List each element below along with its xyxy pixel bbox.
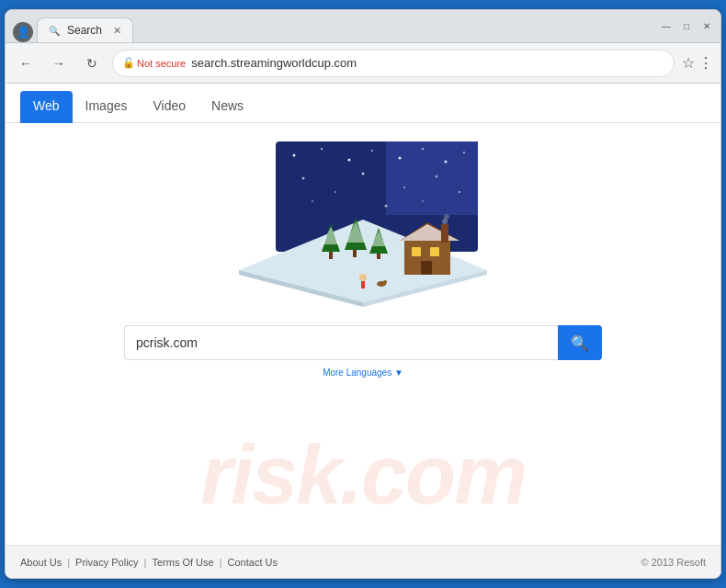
svg-point-30 (444, 214, 449, 220)
svg-point-10 (302, 177, 305, 180)
address-bar[interactable]: 🔓 Not secure search.streamingworldcup.co… (112, 50, 675, 77)
svg-rect-41 (361, 281, 365, 288)
svg-rect-32 (329, 252, 333, 259)
footer-sep-1: | (67, 557, 70, 568)
url-display[interactable]: search.streamingworldcup.com (191, 56, 664, 70)
profile-icon[interactable]: 👤 (13, 22, 33, 42)
back-button[interactable]: ← (13, 51, 39, 76)
footer-link-privacy[interactable]: Privacy Policy (75, 557, 138, 568)
svg-rect-25 (412, 247, 421, 256)
svg-point-8 (445, 161, 448, 164)
svg-point-12 (362, 173, 365, 175)
svg-point-18 (422, 200, 424, 202)
svg-point-14 (436, 175, 438, 178)
svg-point-2 (293, 154, 296, 157)
svg-point-13 (403, 187, 405, 188)
svg-rect-26 (430, 247, 439, 256)
scene-container (6, 123, 720, 316)
nav-bar: ← → ↻ 🔓 Not secure search.streamingworld… (6, 43, 720, 84)
more-languages-link[interactable]: More Languages ▼ (323, 366, 403, 379)
browser-window: 👤 🔍 Search ✕ — □ ✕ ← → ↻ 🔓 Not secure (5, 9, 721, 579)
more-languages-text: More Languages ▼ (323, 368, 403, 378)
svg-point-40 (359, 274, 367, 281)
forward-icon: → (52, 56, 65, 71)
search-area: 🔍 More Languages ▼ (6, 316, 720, 379)
search-icon: 🔍 (571, 334, 589, 352)
footer-link-contact[interactable]: Contact Us (228, 557, 278, 568)
footer-link-terms[interactable]: Terms Of Use (152, 557, 213, 568)
search-tabs: Web Images Video News (6, 84, 720, 123)
bookmark-icon[interactable]: ☆ (682, 54, 695, 72)
minimize-button[interactable]: — (660, 20, 673, 33)
title-bar: 👤 🔍 Search ✕ — □ ✕ (6, 10, 720, 43)
footer-link-about[interactable]: About Us (20, 557, 62, 568)
tab-area: 👤 🔍 Search ✕ (13, 10, 652, 42)
svg-rect-34 (353, 250, 357, 257)
search-box-row: 🔍 (124, 325, 602, 360)
page-content: Web Images Video News (6, 84, 720, 578)
maximize-button[interactable]: □ (680, 20, 693, 33)
svg-point-3 (321, 148, 323, 150)
forward-button[interactable]: → (46, 51, 72, 76)
browser-tab[interactable]: 🔍 Search ✕ (37, 17, 133, 42)
address-bar-right: ☆ ⋮ (682, 54, 713, 72)
search-button[interactable]: 🔍 (558, 325, 602, 360)
back-icon: ← (19, 56, 32, 71)
page-footer: About Us | Privacy Policy | Terms Of Use… (6, 545, 720, 578)
svg-point-7 (422, 148, 424, 150)
tab-close-button[interactable]: ✕ (113, 25, 121, 37)
footer-links: About Us | Privacy Policy | Terms Of Use… (20, 557, 278, 568)
footer-sep-2: | (144, 557, 147, 568)
footer-copyright: © 2013 Resoft (641, 557, 706, 568)
watermark-text: risk.com (200, 428, 526, 523)
search-input[interactable] (124, 325, 558, 360)
tab-news[interactable]: News (199, 91, 256, 123)
svg-point-15 (459, 191, 460, 193)
not-secure-label: Not secure (137, 58, 186, 69)
tab-web[interactable]: Web (20, 91, 73, 123)
svg-point-16 (312, 200, 313, 202)
svg-point-5 (371, 150, 373, 152)
svg-rect-28 (441, 224, 448, 243)
svg-point-11 (335, 191, 336, 193)
svg-point-9 (463, 152, 465, 153)
tab-favicon: 🔍 (49, 26, 60, 36)
footer-sep-3: | (220, 557, 222, 568)
svg-point-17 (385, 205, 388, 208)
svg-point-4 (348, 159, 351, 162)
security-indicator: 🔓 Not secure (122, 57, 186, 69)
svg-rect-36 (377, 254, 380, 259)
svg-point-6 (399, 157, 402, 160)
tab-video[interactable]: Video (140, 91, 199, 123)
window-controls: — □ ✕ (660, 20, 713, 33)
browser-menu-icon[interactable]: ⋮ (698, 54, 713, 72)
svg-rect-27 (421, 261, 432, 275)
svg-point-43 (383, 280, 387, 284)
tab-images[interactable]: Images (73, 91, 141, 123)
tab-title: Search (67, 24, 102, 37)
close-button[interactable]: ✕ (700, 20, 713, 33)
reload-icon: ↻ (86, 56, 97, 71)
reload-button[interactable]: ↻ (79, 51, 105, 76)
watermark: risk.com (6, 428, 720, 523)
winter-scene-illustration (202, 141, 524, 307)
lock-icon: 🔓 (122, 57, 135, 69)
